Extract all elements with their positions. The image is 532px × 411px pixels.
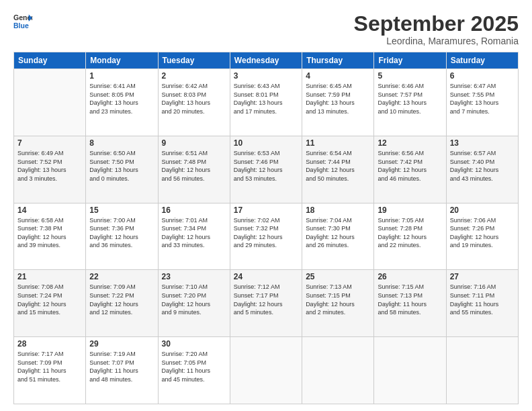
- weekday-header-row: Sunday Monday Tuesday Wednesday Thursday…: [14, 52, 519, 69]
- table-cell: 25Sunrise: 7:13 AM Sunset: 7:15 PM Dayli…: [302, 270, 374, 337]
- day-info: Sunrise: 6:54 AM Sunset: 7:44 PM Dayligh…: [306, 149, 370, 183]
- day-number: 17: [234, 205, 298, 215]
- header-monday: Monday: [86, 52, 158, 69]
- day-info: Sunrise: 7:13 AM Sunset: 7:15 PM Dayligh…: [306, 283, 370, 316]
- day-number: 14: [17, 205, 82, 215]
- day-info: Sunrise: 6:50 AM Sunset: 7:50 PM Dayligh…: [89, 149, 154, 183]
- day-info: Sunrise: 6:58 AM Sunset: 7:38 PM Dayligh…: [17, 216, 82, 250]
- table-cell: 4Sunrise: 6:45 AM Sunset: 7:59 PM Daylig…: [302, 69, 374, 136]
- table-cell: 8Sunrise: 6:50 AM Sunset: 7:50 PM Daylig…: [86, 136, 158, 203]
- header-saturday: Saturday: [446, 52, 518, 69]
- table-cell: 5Sunrise: 6:46 AM Sunset: 7:57 PM Daylig…: [374, 69, 446, 136]
- day-number: 12: [378, 138, 442, 148]
- day-info: Sunrise: 7:06 AM Sunset: 7:26 PM Dayligh…: [450, 216, 515, 250]
- header-friday: Friday: [374, 52, 446, 69]
- day-number: 11: [306, 138, 370, 148]
- table-cell: 10Sunrise: 6:53 AM Sunset: 7:46 PM Dayli…: [230, 136, 302, 203]
- day-info: Sunrise: 6:47 AM Sunset: 7:55 PM Dayligh…: [450, 82, 515, 116]
- day-info: Sunrise: 7:16 AM Sunset: 7:11 PM Dayligh…: [450, 283, 515, 316]
- day-info: Sunrise: 6:57 AM Sunset: 7:40 PM Dayligh…: [450, 149, 515, 183]
- day-info: Sunrise: 7:20 AM Sunset: 7:05 PM Dayligh…: [162, 350, 226, 383]
- calendar-week-3: 14Sunrise: 6:58 AM Sunset: 7:38 PM Dayli…: [14, 203, 519, 270]
- day-info: Sunrise: 7:05 AM Sunset: 7:28 PM Dayligh…: [378, 216, 442, 250]
- day-info: Sunrise: 7:17 AM Sunset: 7:09 PM Dayligh…: [17, 350, 82, 383]
- table-cell: [230, 337, 302, 404]
- day-info: Sunrise: 7:09 AM Sunset: 7:22 PM Dayligh…: [89, 283, 154, 316]
- table-cell: 22Sunrise: 7:09 AM Sunset: 7:22 PM Dayli…: [86, 270, 158, 337]
- table-cell: 20Sunrise: 7:06 AM Sunset: 7:26 PM Dayli…: [446, 203, 518, 270]
- day-number: 20: [450, 205, 515, 215]
- day-info: Sunrise: 7:04 AM Sunset: 7:30 PM Dayligh…: [306, 216, 370, 250]
- table-cell: 6Sunrise: 6:47 AM Sunset: 7:55 PM Daylig…: [446, 69, 518, 136]
- table-cell: 17Sunrise: 7:02 AM Sunset: 7:32 PM Dayli…: [230, 203, 302, 270]
- table-cell: 24Sunrise: 7:12 AM Sunset: 7:17 PM Dayli…: [230, 270, 302, 337]
- day-number: 2: [162, 71, 226, 81]
- table-cell: 30Sunrise: 7:20 AM Sunset: 7:05 PM Dayli…: [158, 337, 230, 404]
- header-sunday: Sunday: [14, 52, 86, 69]
- svg-text:Blue: Blue: [13, 21, 29, 30]
- day-info: Sunrise: 7:00 AM Sunset: 7:36 PM Dayligh…: [89, 216, 154, 250]
- table-cell: 27Sunrise: 7:16 AM Sunset: 7:11 PM Dayli…: [446, 270, 518, 337]
- table-cell: 29Sunrise: 7:19 AM Sunset: 7:07 PM Dayli…: [86, 337, 158, 404]
- table-cell: 2Sunrise: 6:42 AM Sunset: 8:03 PM Daylig…: [158, 69, 230, 136]
- table-cell: [302, 337, 374, 404]
- calendar-week-1: 1Sunrise: 6:41 AM Sunset: 8:05 PM Daylig…: [14, 69, 519, 136]
- day-number: 28: [17, 339, 82, 349]
- table-cell: 9Sunrise: 6:51 AM Sunset: 7:48 PM Daylig…: [158, 136, 230, 203]
- day-info: Sunrise: 7:19 AM Sunset: 7:07 PM Dayligh…: [89, 350, 154, 383]
- table-cell: 12Sunrise: 6:56 AM Sunset: 7:42 PM Dayli…: [374, 136, 446, 203]
- day-info: Sunrise: 6:41 AM Sunset: 8:05 PM Dayligh…: [89, 82, 154, 116]
- calendar-week-4: 21Sunrise: 7:08 AM Sunset: 7:24 PM Dayli…: [14, 270, 519, 337]
- day-info: Sunrise: 6:46 AM Sunset: 7:57 PM Dayligh…: [378, 82, 442, 116]
- day-number: 5: [378, 71, 442, 81]
- day-number: 6: [450, 71, 515, 81]
- table-cell: 1Sunrise: 6:41 AM Sunset: 8:05 PM Daylig…: [86, 69, 158, 136]
- day-info: Sunrise: 6:56 AM Sunset: 7:42 PM Dayligh…: [378, 149, 442, 183]
- day-number: 21: [17, 272, 82, 281]
- calendar-week-2: 7Sunrise: 6:49 AM Sunset: 7:52 PM Daylig…: [14, 136, 519, 203]
- day-number: 3: [234, 71, 298, 81]
- table-cell: 23Sunrise: 7:10 AM Sunset: 7:20 PM Dayli…: [158, 270, 230, 337]
- day-info: Sunrise: 7:02 AM Sunset: 7:32 PM Dayligh…: [234, 216, 298, 250]
- table-cell: [374, 337, 446, 404]
- calendar-table: Sunday Monday Tuesday Wednesday Thursday…: [13, 52, 519, 404]
- table-cell: 18Sunrise: 7:04 AM Sunset: 7:30 PM Dayli…: [302, 203, 374, 270]
- day-info: Sunrise: 6:49 AM Sunset: 7:52 PM Dayligh…: [17, 149, 82, 183]
- day-number: 16: [162, 205, 226, 215]
- day-number: 10: [234, 138, 298, 148]
- logo-icon: General Blue: [13, 12, 32, 31]
- table-cell: [14, 69, 86, 136]
- table-cell: 26Sunrise: 7:15 AM Sunset: 7:13 PM Dayli…: [374, 270, 446, 337]
- day-info: Sunrise: 6:51 AM Sunset: 7:48 PM Dayligh…: [162, 149, 226, 183]
- table-cell: 19Sunrise: 7:05 AM Sunset: 7:28 PM Dayli…: [374, 203, 446, 270]
- day-number: 1: [89, 71, 154, 81]
- day-number: 25: [306, 272, 370, 281]
- day-number: 24: [234, 272, 298, 281]
- day-number: 27: [450, 272, 515, 281]
- day-info: Sunrise: 6:53 AM Sunset: 7:46 PM Dayligh…: [234, 149, 298, 183]
- location-subtitle: Leordina, Maramures, Romania: [354, 36, 519, 46]
- day-number: 23: [162, 272, 226, 281]
- table-cell: 14Sunrise: 6:58 AM Sunset: 7:38 PM Dayli…: [14, 203, 86, 270]
- table-cell: 11Sunrise: 6:54 AM Sunset: 7:44 PM Dayli…: [302, 136, 374, 203]
- header-thursday: Thursday: [302, 52, 374, 69]
- day-number: 13: [450, 138, 515, 148]
- table-cell: 13Sunrise: 6:57 AM Sunset: 7:40 PM Dayli…: [446, 136, 518, 203]
- header-wednesday: Wednesday: [230, 52, 302, 69]
- day-number: 4: [306, 71, 370, 81]
- title-section: September 2025 Leordina, Maramures, Roma…: [354, 12, 519, 46]
- header-tuesday: Tuesday: [158, 52, 230, 69]
- day-number: 7: [17, 138, 82, 148]
- logo: General Blue: [13, 12, 32, 31]
- table-cell: [446, 337, 518, 404]
- day-info: Sunrise: 7:12 AM Sunset: 7:17 PM Dayligh…: [234, 283, 298, 316]
- day-info: Sunrise: 6:42 AM Sunset: 8:03 PM Dayligh…: [162, 82, 226, 116]
- day-number: 9: [162, 138, 226, 148]
- table-cell: 7Sunrise: 6:49 AM Sunset: 7:52 PM Daylig…: [14, 136, 86, 203]
- table-cell: 3Sunrise: 6:43 AM Sunset: 8:01 PM Daylig…: [230, 69, 302, 136]
- page: General Blue September 2025 Leordina, Ma…: [0, 0, 532, 411]
- day-info: Sunrise: 7:01 AM Sunset: 7:34 PM Dayligh…: [162, 216, 226, 250]
- table-cell: 15Sunrise: 7:00 AM Sunset: 7:36 PM Dayli…: [86, 203, 158, 270]
- day-number: 26: [378, 272, 442, 281]
- day-number: 19: [378, 205, 442, 215]
